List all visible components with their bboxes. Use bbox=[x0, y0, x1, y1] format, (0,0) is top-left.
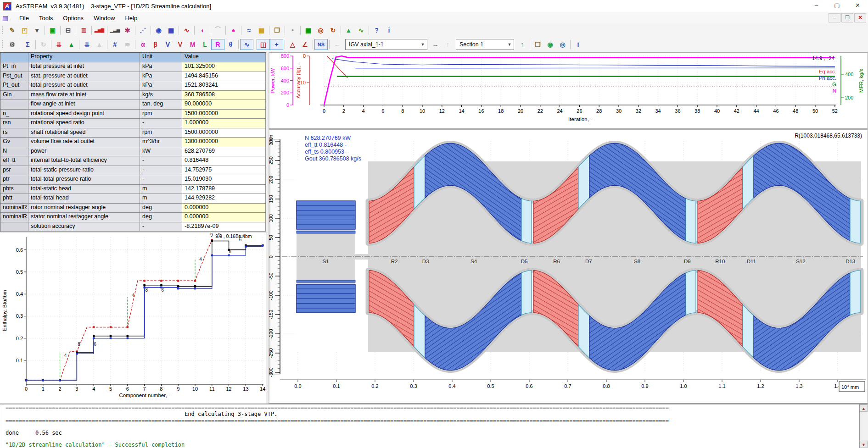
toolbar-separator bbox=[194, 26, 195, 35]
streamline-view[interactable]: S1R2D3S4D5R6D7S8D9R10D11S12D133002502001… bbox=[266, 129, 868, 404]
import-down-red-icon[interactable]: ⇊ bbox=[53, 39, 65, 50]
scroll-up-icon[interactable]: ▲ bbox=[860, 404, 868, 412]
close-button[interactable]: ✕ bbox=[847, 0, 868, 12]
mdi-close-button[interactable]: ✕ bbox=[854, 13, 866, 22]
alpha-angle-icon[interactable]: α bbox=[137, 39, 149, 50]
toolbar-grip[interactable] bbox=[1, 26, 4, 35]
property-name: rotational speed design point bbox=[28, 110, 140, 119]
menu-item-tools[interactable]: Tools bbox=[34, 12, 58, 24]
grey-curve-icon[interactable]: ⌒ bbox=[212, 25, 224, 36]
blade-group-combobox[interactable]: IGV axial_1-1▼ bbox=[345, 39, 427, 50]
performance-chart-icon[interactable]: ◫ bbox=[257, 39, 270, 50]
multi-curves-icon[interactable]: ≈ bbox=[243, 25, 255, 36]
open-project-icon[interactable]: ◰ bbox=[18, 25, 31, 36]
svg-text:Accuracy (lg), -: Accuracy (lg), - bbox=[296, 63, 301, 98]
property-value[interactable]: 90.000000 bbox=[182, 100, 266, 110]
render-solid-icon[interactable]: ◉ bbox=[544, 39, 556, 50]
angle-icon[interactable]: ∠ bbox=[299, 39, 311, 50]
mdi-minimize-button[interactable]: – bbox=[829, 13, 840, 22]
maximize-button[interactable]: ▢ bbox=[827, 0, 847, 12]
menu-item-file[interactable]: File bbox=[14, 12, 34, 24]
about-icon[interactable]: i bbox=[383, 25, 395, 36]
property-key: rs bbox=[0, 128, 28, 138]
property-value[interactable]: 1.000000 bbox=[182, 119, 266, 128]
green-wave-icon[interactable]: ∿ bbox=[355, 25, 367, 36]
menu-item-options[interactable]: Options bbox=[58, 12, 89, 24]
menu-item-window[interactable]: Window bbox=[89, 12, 120, 24]
triangle-icon[interactable]: △ bbox=[286, 39, 299, 50]
meridional-wave-icon[interactable]: ∿ bbox=[180, 25, 193, 36]
property-value[interactable]: 101.325000 bbox=[182, 62, 266, 72]
chevron-down-icon[interactable]: ▼ bbox=[505, 42, 514, 47]
mdi-restore-button[interactable]: ❐ bbox=[841, 13, 853, 22]
streamline-chart-icon[interactable]: ∿ bbox=[240, 39, 253, 50]
property-value[interactable]: 1500.000000 bbox=[182, 110, 266, 119]
green-hill-icon[interactable]: ▲ bbox=[342, 25, 355, 36]
blade-cascade-icon[interactable]: ⋰ bbox=[137, 25, 149, 36]
svg-text:14: 14 bbox=[260, 386, 265, 392]
property-value[interactable]: 0.000000 bbox=[182, 213, 266, 222]
cascade-windows-icon[interactable]: ❐ bbox=[271, 25, 283, 36]
svg-text:8: 8 bbox=[145, 288, 148, 293]
save-icon[interactable]: ▣ bbox=[46, 25, 59, 36]
theta-icon[interactable]: θ bbox=[224, 39, 237, 50]
new-window-icon[interactable]: ❐ bbox=[532, 39, 544, 50]
table-row: Gvvolume flow rate at outletm^3/hr1300.0… bbox=[0, 138, 266, 147]
property-unit: tan. deg bbox=[140, 100, 182, 110]
options-wrench-icon[interactable]: ⚙ bbox=[6, 39, 18, 50]
velocity-red-icon[interactable]: V bbox=[174, 39, 186, 50]
export-up-green-icon[interactable]: ▲ bbox=[65, 39, 78, 50]
svg-text:S8: S8 bbox=[634, 259, 640, 264]
grid-icon[interactable]: # bbox=[109, 39, 121, 50]
new-report-icon[interactable]: ✎ bbox=[6, 25, 18, 36]
pan-move-icon[interactable]: + bbox=[270, 39, 283, 50]
document-icon[interactable]: ▦ bbox=[2, 14, 11, 22]
rotor-disc-icon[interactable]: ✱ bbox=[121, 25, 134, 36]
svg-text:N 628.270769 kW: N 628.270769 kW bbox=[305, 135, 351, 141]
context-help-icon[interactable]: ? bbox=[370, 25, 383, 36]
ns-diagram-icon[interactable]: NS bbox=[314, 39, 328, 50]
property-value[interactable]: 360.786508 bbox=[182, 91, 266, 100]
open-more-icon[interactable]: ▾ bbox=[31, 25, 43, 36]
bulb-icon[interactable]: • bbox=[286, 25, 299, 36]
text-report-icon[interactable]: ≣ bbox=[78, 25, 90, 36]
log-scrollbar[interactable]: ▲ ▼ bbox=[859, 404, 868, 448]
menu-item-help[interactable]: Help bbox=[120, 12, 142, 24]
pink-curve-icon[interactable]: ◖ bbox=[196, 25, 208, 36]
minimize-button[interactable]: – bbox=[806, 0, 827, 12]
log-panel[interactable]: ========================================… bbox=[0, 404, 868, 448]
enthalpy-chart[interactable]: 0.10.20.30.40.50.601234567891011121314Co… bbox=[0, 232, 266, 404]
toolbar-separator bbox=[210, 26, 210, 35]
render-wire-icon[interactable]: ◎ bbox=[556, 39, 569, 50]
property-value[interactable]: 1300.000000 bbox=[182, 138, 266, 147]
velocity-blue-icon[interactable]: V bbox=[162, 39, 174, 50]
property-key: Pt_out bbox=[0, 81, 28, 91]
next-row-icon[interactable]: → bbox=[429, 39, 442, 50]
sum-icon[interactable]: Σ bbox=[22, 39, 34, 50]
info-icon[interactable]: i bbox=[572, 39, 584, 50]
chevron-down-icon[interactable]: ▼ bbox=[419, 42, 427, 47]
print-icon[interactable]: ⊟ bbox=[62, 25, 74, 36]
scroll-down-icon[interactable]: ▼ bbox=[860, 441, 868, 448]
svg-text:150: 150 bbox=[268, 195, 274, 203]
beta-angle-icon[interactable]: β bbox=[149, 39, 162, 50]
pink-blob-icon[interactable]: ● bbox=[227, 25, 240, 36]
toolbar-grip[interactable] bbox=[1, 40, 4, 49]
property-value[interactable]: 0.000000 bbox=[182, 204, 266, 213]
column-chart-icon[interactable]: ▁▃▅ bbox=[109, 25, 121, 36]
colored-table-icon[interactable]: ▦ bbox=[255, 25, 268, 36]
rings-icon[interactable]: ◎ bbox=[314, 25, 327, 36]
mach-icon[interactable]: M bbox=[186, 39, 199, 50]
bar-chart-icon[interactable]: ▂▅▇ bbox=[93, 25, 106, 36]
import-down-blue-icon[interactable]: ⇊ bbox=[81, 39, 93, 50]
section-combobox[interactable]: Section 1▼ bbox=[456, 39, 514, 50]
convergence-chart[interactable]: 8006004002000Power, kW010Accuracy (lg), … bbox=[266, 52, 868, 129]
disc-view-icon[interactable]: ◉ bbox=[152, 25, 165, 36]
loss-icon[interactable]: L bbox=[199, 39, 211, 50]
mesh-disc-icon[interactable]: ▦ bbox=[165, 25, 177, 36]
up-level-icon[interactable]: ↑ bbox=[516, 39, 528, 50]
swirl-icon[interactable]: ↻ bbox=[327, 25, 339, 36]
restagger-icon[interactable]: R bbox=[211, 39, 224, 50]
svg-text:Enthalpy, Btu/lbm: Enthalpy, Btu/lbm bbox=[2, 290, 7, 331]
calculator-icon[interactable]: ▦ bbox=[302, 25, 314, 36]
